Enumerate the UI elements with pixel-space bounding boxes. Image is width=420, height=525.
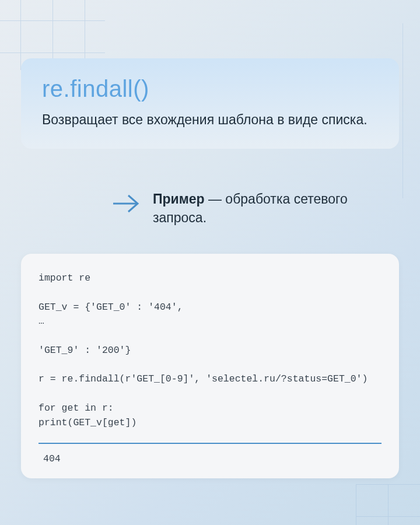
code-line: import re	[38, 271, 382, 286]
code-line: 'GET_9' : '200'}	[38, 344, 382, 358]
function-title: re.findall()	[42, 76, 378, 102]
code-line: print(GET_v[get])	[38, 416, 382, 430]
arrow-right-icon	[111, 192, 141, 215]
code-line: r = re.findall(r'GET_[0-9]', 'selectel.r…	[38, 372, 382, 387]
code-line	[38, 387, 382, 401]
code-card: import reGET_v = {'GET_0' : '404',…'GET_…	[21, 254, 399, 478]
code-line: for get in r:	[38, 401, 382, 416]
output-divider	[38, 443, 382, 444]
example-label: Пример	[153, 191, 205, 206]
example-row: Пример — обработка сетевого запроса.	[111, 190, 397, 227]
code-line: …	[38, 314, 382, 329]
code-output: 404	[38, 453, 382, 464]
code-line	[38, 358, 382, 373]
grid-decoration-right	[402, 23, 420, 198]
grid-decoration-botright	[356, 484, 420, 525]
code-line	[38, 286, 382, 300]
example-text: Пример — обработка сетевого запроса.	[153, 190, 397, 227]
title-card: re.findall() Возвращает все вхождения ша…	[21, 58, 399, 149]
function-description: Возвращает все вхождения шаблона в виде …	[42, 110, 378, 129]
code-line	[38, 329, 382, 344]
example-dash: —	[205, 191, 226, 206]
code-block: import reGET_v = {'GET_0' : '404',…'GET_…	[38, 271, 382, 430]
code-line: GET_v = {'GET_0' : '404',	[38, 300, 382, 315]
